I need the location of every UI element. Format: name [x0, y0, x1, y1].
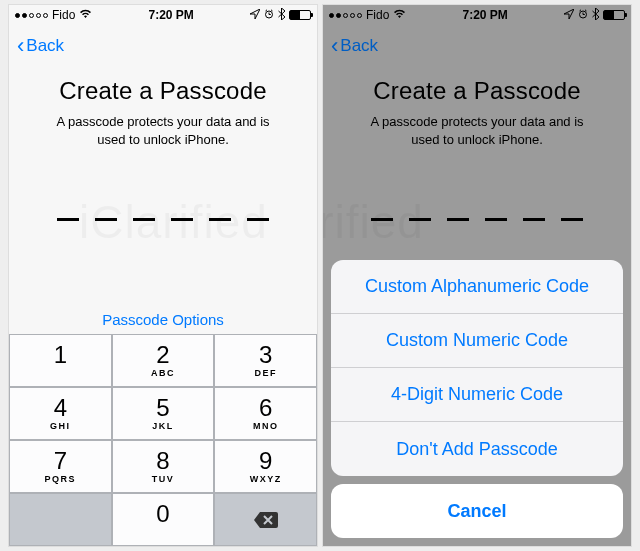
sheet-dont-add[interactable]: Don't Add Passcode — [331, 422, 623, 476]
wifi-icon — [79, 9, 92, 21]
key-3[interactable]: 3DEF — [214, 334, 317, 387]
action-sheet: Custom Alphanumeric Code Custom Numeric … — [331, 260, 623, 538]
passcode-dash — [171, 218, 193, 221]
key-7[interactable]: 7PQRS — [9, 440, 112, 493]
page-subtitle: A passcode protects your data and is use… — [33, 113, 293, 148]
back-label: Back — [26, 36, 64, 56]
screenshot-left: Fido 7:20 PM ‹ — [8, 4, 318, 547]
sheet-custom-alphanumeric[interactable]: Custom Alphanumeric Code — [331, 260, 623, 314]
passcode-entry — [33, 218, 293, 221]
status-bar: Fido 7:20 PM — [9, 5, 317, 25]
signal-strength-icon — [15, 13, 48, 18]
key-4[interactable]: 4GHI — [9, 387, 112, 440]
page-title: Create a Passcode — [33, 77, 293, 105]
location-icon — [250, 9, 260, 21]
back-button[interactable]: ‹ Back — [17, 35, 64, 57]
bluetooth-icon — [278, 8, 285, 22]
sheet-cancel-button[interactable]: Cancel — [331, 484, 623, 538]
sheet-custom-numeric[interactable]: Custom Numeric Code — [331, 314, 623, 368]
carrier-label: Fido — [52, 8, 75, 22]
key-blank — [9, 493, 112, 546]
passcode-dash — [57, 218, 79, 221]
backspace-icon — [253, 511, 279, 529]
key-delete[interactable] — [214, 493, 317, 546]
passcode-dash — [95, 218, 117, 221]
chevron-left-icon: ‹ — [17, 35, 24, 57]
clock: 7:20 PM — [148, 8, 193, 22]
key-1[interactable]: 1 — [9, 334, 112, 387]
key-6[interactable]: 6MNO — [214, 387, 317, 440]
key-2[interactable]: 2ABC — [112, 334, 215, 387]
main-content: Create a Passcode A passcode protects yo… — [9, 67, 317, 328]
screenshot-right: Fido 7:20 PM ‹ Back Create a Passcode — [322, 4, 632, 547]
passcode-dash — [133, 218, 155, 221]
key-9[interactable]: 9WXYZ — [214, 440, 317, 493]
passcode-dash — [209, 218, 231, 221]
passcode-dash — [247, 218, 269, 221]
key-0[interactable]: 0 — [112, 493, 215, 546]
battery-icon — [289, 10, 311, 20]
key-5[interactable]: 5JKL — [112, 387, 215, 440]
passcode-options-button[interactable]: Passcode Options — [33, 311, 293, 328]
sheet-4-digit[interactable]: 4-Digit Numeric Code — [331, 368, 623, 422]
key-8[interactable]: 8TUV — [112, 440, 215, 493]
numeric-keypad: 1 2ABC 3DEF 4GHI 5JKL 6MNO 7PQRS 8TUV 9W… — [9, 334, 317, 546]
nav-bar: ‹ Back — [9, 25, 317, 67]
alarm-icon — [264, 9, 274, 21]
